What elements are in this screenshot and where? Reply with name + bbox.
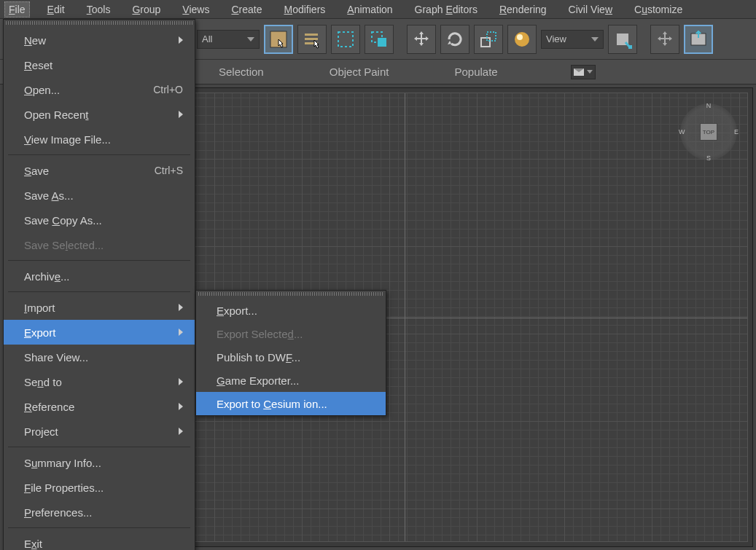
chevron-down-icon (591, 37, 599, 42)
menu-item-label: Import (24, 302, 55, 314)
compass-e: E (734, 128, 739, 135)
menu-tools[interactable]: Tools (82, 1, 115, 17)
menu-edit[interactable]: Edit (43, 1, 69, 17)
rectangular-selection-button[interactable] (331, 25, 360, 54)
export-submenu-item-4[interactable]: Export to Cesium ion... (196, 392, 386, 415)
export-submenu-item-1: Export Selected... (196, 322, 386, 345)
file-menu-item-1[interactable]: Reset (4, 52, 195, 77)
menu-animation[interactable]: Animation (343, 1, 397, 17)
file-menu-item-11[interactable]: Archive... (4, 264, 195, 288)
select-object-button[interactable] (264, 25, 293, 54)
select-by-name-button[interactable] (297, 25, 327, 54)
submenu-arrow-icon (179, 378, 183, 385)
menu-civil-view[interactable]: Civil View (564, 1, 617, 17)
menu-shortcut: Ctrl+O (153, 84, 183, 95)
file-menu-item-3[interactable]: Open Recent (4, 102, 195, 127)
file-menu-item-22[interactable]: Preferences... (4, 500, 195, 525)
file-menu-item-16[interactable]: Send to (4, 369, 195, 394)
menu-item-label: Preferences... (24, 506, 92, 519)
menu-create[interactable]: Create (227, 1, 266, 17)
select-and-move-button[interactable] (407, 25, 436, 54)
submenu-arrow-icon (179, 403, 183, 410)
file-menu-dropdown: NewResetOpen...Ctrl+OOpen RecentView Ima… (3, 19, 195, 550)
menu-item-label: Share View... (24, 351, 88, 364)
menu-separator (8, 291, 190, 292)
select-and-place-button[interactable] (507, 25, 537, 54)
menu-item-label: Send to (24, 376, 62, 388)
selection-filter-dropdown[interactable]: All (197, 30, 260, 49)
menu-file[interactable]: File (4, 1, 30, 17)
keyboard-shortcut-override-button[interactable] (684, 25, 713, 54)
export-submenu-item-3[interactable]: Game Exporter... (196, 369, 386, 392)
menu-customize[interactable]: Customize (630, 1, 687, 17)
menu-modifiers[interactable]: Modifiers (279, 1, 330, 17)
file-menu-item-6[interactable]: SaveCtrl+S (4, 158, 195, 183)
menu-shortcut: Ctrl+S (155, 165, 183, 176)
reference-coordinate-dropdown[interactable]: View (541, 30, 604, 49)
selection-filter-label: All (202, 34, 212, 44)
submenu-arrow-icon (179, 304, 183, 311)
menu-item-label: Summary Info... (24, 457, 101, 469)
menu-group[interactable]: Group (128, 1, 165, 17)
menu-item-label: Open Recent (24, 109, 88, 121)
file-menu-item-8[interactable]: Save Copy As... (4, 208, 195, 232)
ribbon-tab-object-paint[interactable]: Object Paint (330, 66, 389, 78)
svg-rect-12 (628, 45, 632, 49)
grid-axis-y (405, 93, 405, 541)
file-menu-item-7[interactable]: Save As... (4, 183, 195, 208)
menu-item-label: Save Copy As... (24, 214, 102, 227)
file-menu-item-14[interactable]: Export (4, 320, 195, 345)
menu-item-label: Export... (217, 305, 257, 317)
select-and-rotate-button[interactable] (440, 25, 469, 54)
submenu-arrow-icon (179, 36, 183, 44)
export-submenu-item-0[interactable]: Export... (196, 299, 386, 322)
menu-views[interactable]: Views (178, 1, 214, 17)
menu-item-label: Reference (24, 401, 74, 413)
file-menu-item-2[interactable]: Open...Ctrl+O (4, 77, 195, 102)
svg-rect-8 (487, 32, 496, 41)
compass-w: W (679, 128, 685, 135)
svg-rect-2 (305, 38, 318, 40)
file-menu-item-0[interactable]: New (4, 28, 195, 52)
menu-graph-editors[interactable]: Graph Editors (410, 1, 482, 17)
menu-separator (8, 527, 190, 528)
chevron-down-icon (587, 70, 593, 74)
ribbon-tab-selection[interactable]: Selection (219, 66, 264, 78)
menu-grip (6, 21, 192, 25)
file-menu-item-13[interactable]: Import (4, 295, 195, 320)
menu-item-label: Save As... (24, 189, 74, 202)
export-submenu-item-2[interactable]: Publish to DWF... (196, 345, 386, 369)
svg-rect-6 (378, 38, 386, 47)
compass-n: N (706, 102, 712, 109)
file-menu-item-17[interactable]: Reference (4, 394, 195, 419)
file-menu-item-20[interactable]: Summary Info... (4, 450, 195, 475)
menu-grip (198, 292, 383, 296)
window-crossing-button[interactable] (365, 25, 394, 54)
submenu-arrow-icon (179, 329, 183, 336)
file-menu-item-4[interactable]: View Image File... (4, 127, 195, 152)
select-and-manipulate-button[interactable] (650, 25, 679, 54)
svg-point-9 (515, 32, 529, 47)
reference-coordinate-label: View (546, 34, 566, 44)
infocenter-dropdown[interactable] (571, 65, 596, 79)
select-and-scale-button[interactable] (474, 25, 503, 54)
menu-item-label: Archive... (24, 270, 70, 283)
viewcube-face-top[interactable]: TOP (700, 123, 717, 141)
menu-rendering[interactable]: Rendering (495, 1, 551, 17)
ribbon-tab-populate[interactable]: Populate (454, 66, 497, 78)
file-menu-item-18[interactable]: Project (4, 419, 195, 444)
menu-item-label: Project (24, 425, 58, 438)
file-menu-item-21[interactable]: File Properties... (4, 475, 195, 500)
menu-item-label: Export (24, 326, 55, 339)
file-menu-item-15[interactable]: Share View... (4, 345, 195, 369)
menu-item-label: File Properties... (24, 482, 104, 494)
menu-item-label: Save Selected... (24, 239, 104, 251)
chevron-down-icon (247, 37, 254, 42)
envelope-icon (574, 68, 584, 76)
menu-item-label: Reset (24, 59, 52, 71)
viewcube[interactable]: N S E W TOP (680, 103, 737, 160)
use-pivot-point-button[interactable] (608, 25, 637, 54)
compass-s: S (706, 154, 711, 162)
menu-separator (8, 154, 190, 155)
file-menu-item-24[interactable]: Exit (4, 531, 195, 550)
